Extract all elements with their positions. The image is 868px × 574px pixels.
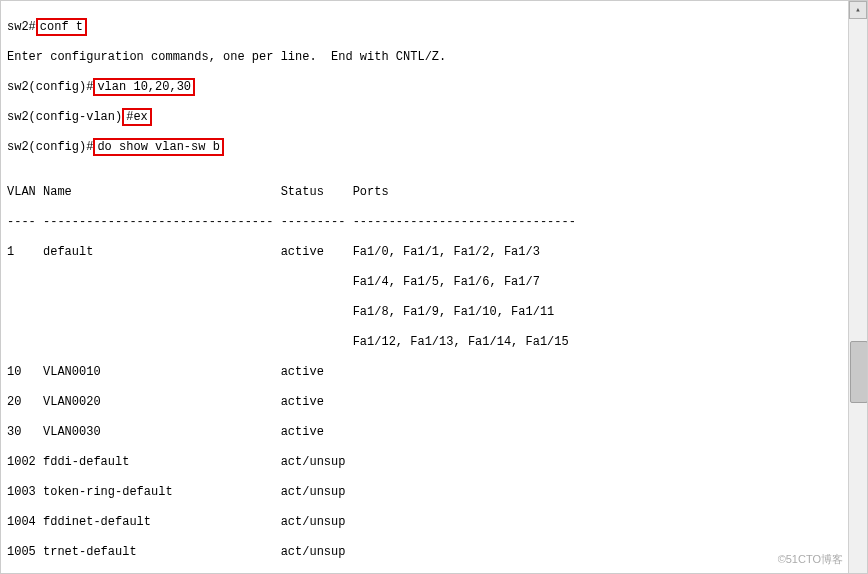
table-header: VLAN Name Status Ports [7,185,863,200]
watermark: ©51CTO博客 [778,552,843,567]
cli-line: sw2#conf t [7,20,863,35]
table-row: Fa1/12, Fa1/13, Fa1/14, Fa1/15 [7,335,863,350]
terminal-viewport[interactable]: sw2#conf t Enter configuration commands,… [0,0,868,574]
table-row: Fa1/8, Fa1/9, Fa1/10, Fa1/11 [7,305,863,320]
table-row: 30 VLAN0030 active [7,425,863,440]
table-row: 20 VLAN0020 active [7,395,863,410]
highlight-cmd: do show vlan-sw b [93,138,223,156]
table-row: Fa1/4, Fa1/5, Fa1/6, Fa1/7 [7,275,863,290]
table-row: 10 VLAN0010 active [7,365,863,380]
cli-line: sw2(config)#do show vlan-sw b [7,140,863,155]
cli-line: sw2(config-vlan)#ex [7,110,863,125]
scroll-up-arrow-icon[interactable]: ▴ [849,1,867,19]
scrollbar[interactable]: ▴ [848,1,867,573]
table-row: 1005 trnet-default act/unsup [7,545,863,560]
scroll-thumb[interactable] [850,341,868,403]
prompt: sw2(config-vlan) [7,110,122,124]
highlight-cmd: vlan 10,20,30 [93,78,195,96]
highlight-cmd: conf t [36,18,87,36]
arrow-up-icon: ▴ [855,3,860,18]
prompt: sw2(config)# [7,80,93,94]
table-row: 1 default active Fa1/0, Fa1/1, Fa1/2, Fa… [7,245,863,260]
prompt: sw2(config)# [7,140,93,154]
prompt: sw2# [7,20,36,34]
table-row: 1003 token-ring-default act/unsup [7,485,863,500]
highlight-cmd: #ex [122,108,152,126]
table-divider: ---- -------------------------------- --… [7,215,863,230]
table-row: 1004 fddinet-default act/unsup [7,515,863,530]
cli-line: Enter configuration commands, one per li… [7,50,863,65]
table-row: 1002 fddi-default act/unsup [7,455,863,470]
cli-line: sw2(config)#vlan 10,20,30 [7,80,863,95]
